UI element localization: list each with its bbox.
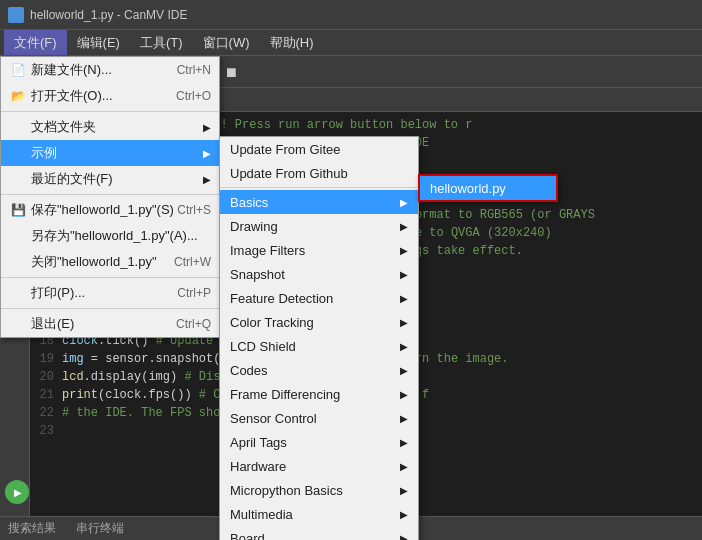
example-menu: Update From Gitee Update From Github Bas…	[219, 136, 419, 540]
menu-sep	[1, 277, 219, 278]
arrow-icon: ▶	[400, 461, 408, 472]
arrow-icon: ▶	[400, 437, 408, 448]
arrow-icon: ▶	[400, 197, 408, 208]
menu-lcd-shield[interactable]: LCD Shield ▶	[220, 334, 418, 358]
menu-exit[interactable]: 退出(E) Ctrl+Q	[1, 311, 219, 337]
arrow-icon: ▶	[203, 174, 211, 185]
menu-file[interactable]: 文件(F)	[4, 30, 67, 55]
menu-frame-differencing[interactable]: Frame Differencing ▶	[220, 382, 418, 406]
menu-window[interactable]: 窗口(W)	[193, 30, 260, 55]
menu-hardware[interactable]: Hardware ▶	[220, 454, 418, 478]
menu-sep	[1, 111, 219, 112]
serial-terminal-tab[interactable]: 串行终端	[76, 520, 124, 537]
menu-color-tracking[interactable]: Color Tracking ▶	[220, 310, 418, 334]
arrow-icon: ▶	[400, 317, 408, 328]
file-menu: 📄 新建文件(N)... Ctrl+N 📂 打开文件(O)... Ctrl+O …	[0, 56, 220, 338]
menu-tools[interactable]: 工具(T)	[130, 30, 193, 55]
menu-sep	[1, 308, 219, 309]
stop-btn[interactable]: ⏹	[218, 59, 244, 85]
arrow-icon: ▶	[400, 533, 408, 541]
menu-help[interactable]: 帮助(H)	[260, 30, 324, 55]
arrow-icon: ▶	[400, 509, 408, 520]
arrow-icon: ▶	[400, 245, 408, 256]
save-icon: 💾	[9, 201, 27, 219]
menu-helloworld[interactable]: helloworld.py	[420, 176, 556, 200]
menu-new-file[interactable]: 📄 新建文件(N)... Ctrl+N	[1, 57, 219, 83]
menu-april-tags[interactable]: April Tags ▶	[220, 430, 418, 454]
title-text: helloworld_1.py - CanMV IDE	[30, 8, 187, 22]
menu-snapshot[interactable]: Snapshot ▶	[220, 262, 418, 286]
menu-close-file[interactable]: 关闭"helloworld_1.py" Ctrl+W	[1, 249, 219, 275]
menu-bar: 文件(F) 编辑(E) 工具(T) 窗口(W) 帮助(H)	[0, 30, 702, 56]
menu-codes[interactable]: Codes ▶	[220, 358, 418, 382]
menu-micropython-basics[interactable]: Micropython Basics ▶	[220, 478, 418, 502]
menu-update-github[interactable]: Update From Github	[220, 161, 418, 185]
run-bottom-btn[interactable]	[5, 480, 29, 504]
menu-docs-folder[interactable]: 文档文件夹 ▶	[1, 114, 219, 140]
menu-sensor-control[interactable]: Sensor Control ▶	[220, 406, 418, 430]
menu-edit[interactable]: 编辑(E)	[67, 30, 130, 55]
arrow-icon: ▶	[400, 365, 408, 376]
open-file-icon: 📂	[9, 87, 27, 105]
menu-recent-files[interactable]: 最近的文件(F) ▶	[1, 166, 219, 192]
menu-examples[interactable]: 示例 ▶	[1, 140, 219, 166]
new-file-icon: 📄	[9, 61, 27, 79]
menu-update-gitee[interactable]: Update From Gitee	[220, 137, 418, 161]
basics-menu: helloworld.py	[418, 174, 558, 202]
arrow-icon: ▶	[400, 413, 408, 424]
menu-sep	[220, 187, 418, 188]
app-icon	[8, 7, 24, 23]
arrow-icon: ▶	[203, 122, 211, 133]
title-bar: helloworld_1.py - CanMV IDE	[0, 0, 702, 30]
menu-board[interactable]: Board ▶	[220, 526, 418, 540]
menu-save[interactable]: 💾 保存"helloworld_1.py"(S) Ctrl+S	[1, 197, 219, 223]
arrow-icon: ▶	[400, 269, 408, 280]
menu-basics[interactable]: Basics ▶	[220, 190, 418, 214]
arrow-icon: ▶	[203, 148, 211, 159]
arrow-icon: ▶	[400, 485, 408, 496]
menu-open-file[interactable]: 📂 打开文件(O)... Ctrl+O	[1, 83, 219, 109]
arrow-icon: ▶	[400, 293, 408, 304]
menu-multimedia[interactable]: Multimedia ▶	[220, 502, 418, 526]
arrow-icon: ▶	[400, 389, 408, 400]
arrow-icon: ▶	[400, 341, 408, 352]
menu-print[interactable]: 打印(P)... Ctrl+P	[1, 280, 219, 306]
menu-feature-detection[interactable]: Feature Detection ▶	[220, 286, 418, 310]
search-results-tab[interactable]: 搜索结果	[8, 520, 56, 537]
menu-save-as[interactable]: 另存为"helloworld_1.py"(A)...	[1, 223, 219, 249]
arrow-icon: ▶	[400, 221, 408, 232]
menu-drawing[interactable]: Drawing ▶	[220, 214, 418, 238]
menu-image-filters[interactable]: Image Filters ▶	[220, 238, 418, 262]
menu-sep	[1, 194, 219, 195]
